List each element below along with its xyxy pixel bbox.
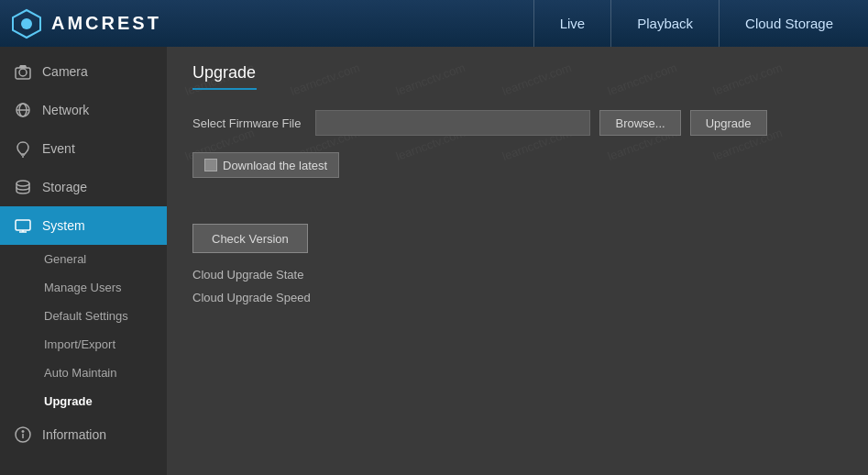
sidebar-item-event[interactable]: Event: [0, 129, 167, 168]
cloud-upgrade-speed-label: Cloud Upgrade Speed: [192, 291, 339, 304]
sidebar-item-event-label: Event: [42, 141, 75, 156]
sidebar-item-network[interactable]: Network: [0, 91, 167, 129]
check-version-button[interactable]: Check Version: [192, 224, 308, 253]
firmware-selection-row: Select Firmware File Browse... Upgrade: [192, 110, 842, 136]
storage-icon: [13, 177, 33, 197]
sidebar-item-storage-label: Storage: [42, 180, 87, 194]
title-underline: [192, 88, 257, 90]
cloud-upgrade-state-label: Cloud Upgrade State: [192, 268, 339, 282]
sidebar-sub-import-export[interactable]: Import/Export: [0, 330, 167, 359]
svg-marker-4: [19, 65, 27, 68]
logo-area: AMCREST: [0, 8, 220, 39]
event-icon: [13, 138, 33, 159]
sidebar-sub-general[interactable]: General: [0, 245, 167, 273]
svg-rect-11: [16, 220, 30, 230]
svg-point-2: [19, 69, 27, 76]
sidebar-item-camera-label: Camera: [42, 64, 88, 79]
sidebar-sub-default-settings[interactable]: Default Settings: [0, 302, 167, 330]
app-header: AMCREST Live Playback Cloud Storage: [0, 0, 868, 47]
svg-rect-3: [16, 68, 30, 79]
download-latest-button[interactable]: Download the latest: [192, 152, 339, 178]
upgrade-button[interactable]: Upgrade: [690, 110, 767, 136]
firmware-label: Select Firmware File: [192, 116, 301, 130]
browse-button[interactable]: Browse...: [599, 110, 680, 136]
content-inner: Upgrade Select Firmware File Browse... U…: [167, 47, 868, 330]
sidebar-item-network-label: Network: [42, 103, 89, 117]
sidebar-item-system[interactable]: System: [0, 206, 167, 245]
sidebar-sub-auto-maintain[interactable]: Auto Maintain: [0, 359, 167, 387]
sidebar-sub-manage-users[interactable]: Manage Users: [0, 273, 167, 302]
nav-tab-live[interactable]: Live: [533, 0, 611, 47]
system-icon: [13, 215, 33, 236]
network-icon: [13, 100, 33, 120]
nav-tab-cloud-storage[interactable]: Cloud Storage: [719, 0, 859, 47]
download-checkbox-icon: [204, 159, 217, 171]
cloud-upgrade-state-row: Cloud Upgrade State: [192, 268, 842, 282]
svg-point-16: [22, 431, 24, 433]
cloud-upgrade-speed-row: Cloud Upgrade Speed: [192, 291, 842, 304]
sidebar-item-camera[interactable]: Camera: [0, 52, 167, 91]
download-latest-label: Download the latest: [223, 159, 327, 172]
sidebar-item-system-label: System: [42, 218, 85, 233]
top-nav: Live Playback Cloud Storage: [533, 0, 868, 47]
main-content-area: learncctv.com learncctv.com learncctv.co…: [167, 47, 868, 475]
nav-tab-playback[interactable]: Playback: [610, 0, 719, 47]
sidebar: Camera Network Event: [0, 47, 167, 475]
logo-text: AMCREST: [51, 13, 161, 34]
page-title: Upgrade: [192, 63, 842, 83]
svg-point-10: [16, 181, 29, 186]
sidebar-item-information[interactable]: Information: [0, 415, 167, 454]
camera-icon: [13, 61, 33, 82]
svg-point-1: [21, 18, 32, 29]
amcrest-logo-icon: [11, 8, 42, 39]
firmware-file-input[interactable]: [315, 110, 590, 136]
sidebar-item-information-label: Information: [42, 427, 106, 442]
main-layout: Camera Network Event: [0, 47, 868, 475]
sidebar-sub-upgrade[interactable]: Upgrade: [0, 387, 167, 415]
sidebar-item-storage[interactable]: Storage: [0, 168, 167, 206]
info-icon: [13, 425, 33, 445]
